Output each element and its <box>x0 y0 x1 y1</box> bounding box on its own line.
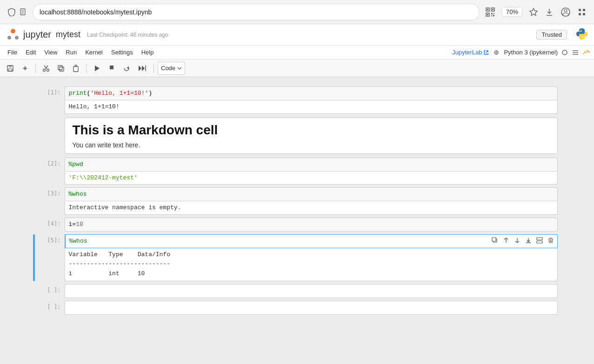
cell-1-label: [1]: <box>37 86 65 114</box>
notebook-inner: [1]: print('Hello, 1+1=10!') Hello, 1+1=… <box>18 86 576 315</box>
download-cell-button[interactable] <box>523 235 534 245</box>
cell-5-content[interactable]: %whos <box>65 234 558 281</box>
cell-type-selector[interactable]: Code <box>158 62 185 75</box>
extension-icon[interactable] <box>577 7 587 17</box>
menu-file[interactable]: File <box>4 47 21 57</box>
svg-point-25 <box>562 50 567 55</box>
address-bar-url: localhost:8888/notebooks/mytest.ipynb <box>40 8 152 16</box>
cell-md-content[interactable]: This is a Markdown cell You can write te… <box>65 118 558 154</box>
cell-2-content[interactable]: %pwd 'F:\\202412-mytest' <box>65 158 558 185</box>
cell-6-input[interactable] <box>65 284 558 298</box>
kernel-info: JupyterLab Python 3 (ipykernel) <box>452 49 590 56</box>
menu-run[interactable]: Run <box>62 47 80 57</box>
delete-cell-button[interactable] <box>546 235 556 245</box>
svg-rect-5 <box>487 9 488 10</box>
svg-rect-11 <box>494 13 494 14</box>
svg-rect-34 <box>60 67 64 71</box>
cell-6-content[interactable] <box>65 284 558 298</box>
toolbar: + Code <box>0 60 594 77</box>
run-icon <box>93 65 100 72</box>
cell-5: [5]: %whos <box>37 234 558 281</box>
svg-rect-12 <box>491 15 492 16</box>
bookmark-star-icon[interactable] <box>529 7 538 17</box>
add-cell-above-button[interactable] <box>534 235 545 245</box>
cell-3-content[interactable]: %whos Interactive namespace is empty. <box>65 187 558 215</box>
copy-button[interactable] <box>54 62 67 75</box>
copy-cells-button[interactable] <box>490 235 500 245</box>
cell-4-input[interactable]: i=10 <box>65 218 558 232</box>
page-icon <box>20 8 27 16</box>
restart-run-button[interactable] <box>135 62 150 75</box>
delete-cell-icon <box>547 237 554 244</box>
cell-4-content[interactable]: i=10 <box>65 218 558 232</box>
svg-rect-17 <box>579 9 581 11</box>
shield-icon <box>7 8 16 16</box>
cell-md-label <box>37 118 65 154</box>
run-button[interactable] <box>90 62 103 75</box>
code-keyword: print <box>69 90 87 97</box>
jupyterlab-link[interactable]: JupyterLab <box>452 49 489 56</box>
move-up-button[interactable] <box>501 235 511 245</box>
menu-edit[interactable]: Edit <box>22 47 40 57</box>
cell-7-label: [ ]: <box>37 301 65 315</box>
svg-point-23 <box>15 36 19 40</box>
svg-marker-37 <box>95 66 100 71</box>
cell-3: [3]: %whos Interactive namespace is empt… <box>37 187 558 215</box>
add-cell-button[interactable]: + <box>19 62 32 75</box>
svg-point-22 <box>7 36 11 40</box>
cell-1-content[interactable]: print('Hello, 1+1=10!') Hello, 1+1=10! <box>65 86 558 114</box>
svg-rect-45 <box>537 238 542 240</box>
qr-icon[interactable] <box>485 7 495 17</box>
svg-rect-46 <box>537 241 542 243</box>
profile-icon[interactable] <box>561 7 571 17</box>
cell-3-input[interactable]: %whos <box>65 187 558 201</box>
address-bar[interactable]: localhost:8888/notebooks/mytest.ipynb <box>33 4 480 20</box>
save-button[interactable] <box>4 62 17 75</box>
restart-button[interactable] <box>120 62 133 75</box>
move-up-icon <box>503 237 509 244</box>
jupyter-logo: jupyter <box>6 27 51 42</box>
bug-icon[interactable] <box>493 49 500 56</box>
paste-button[interactable] <box>69 62 82 75</box>
copy-cells-icon <box>492 237 498 244</box>
markdown-heading: This is a Markdown cell <box>73 123 550 138</box>
kernel-status-circle <box>561 49 568 56</box>
add-icon: + <box>23 65 27 72</box>
code-string: 'Hello, 1+1=10!' <box>90 90 148 97</box>
menu-help[interactable]: Help <box>138 47 158 57</box>
cell-2-input[interactable]: %pwd <box>65 158 558 172</box>
cell-2: [2]: %pwd 'F:\\202412-mytest' <box>37 158 558 185</box>
svg-rect-35 <box>58 66 62 70</box>
cut-button[interactable] <box>40 62 53 75</box>
cell-7-content[interactable] <box>65 301 558 315</box>
move-down-button[interactable] <box>512 235 522 245</box>
svg-rect-31 <box>8 69 12 71</box>
toolbar-sep-1 <box>35 64 36 73</box>
kernel-options-icon[interactable] <box>572 49 579 56</box>
svg-rect-38 <box>110 66 113 69</box>
cell-5-input[interactable]: %whos <box>65 234 558 248</box>
move-down-icon <box>514 237 521 244</box>
svg-rect-10 <box>491 13 493 14</box>
svg-marker-40 <box>139 66 141 71</box>
toolbar-sep-2 <box>86 64 87 73</box>
save-icon <box>7 65 14 72</box>
cut-icon <box>42 65 50 72</box>
cell-1: [1]: print('Hello, 1+1=10!') Hello, 1+1=… <box>37 86 558 114</box>
svg-point-32 <box>43 69 46 71</box>
jupyter-logo-icon <box>6 27 20 42</box>
svg-rect-18 <box>583 9 585 11</box>
cell-7-input[interactable] <box>65 301 558 315</box>
cell-6: [ ]: <box>37 284 558 298</box>
menu-settings[interactable]: Settings <box>107 47 137 57</box>
cell-1-input[interactable]: print('Hello, 1+1=10!') <box>65 86 558 100</box>
download-icon[interactable] <box>545 7 554 17</box>
svg-point-16 <box>564 9 567 12</box>
zoom-level[interactable]: 70% <box>502 7 522 17</box>
chevron-down-icon <box>177 67 182 70</box>
menu-kernel[interactable]: Kernel <box>81 47 107 57</box>
cell-7: [ ]: <box>37 301 558 315</box>
stop-button[interactable] <box>105 62 118 75</box>
cell-3-output: Interactive namespace is empty. <box>65 201 558 215</box>
menu-view[interactable]: View <box>40 47 61 57</box>
